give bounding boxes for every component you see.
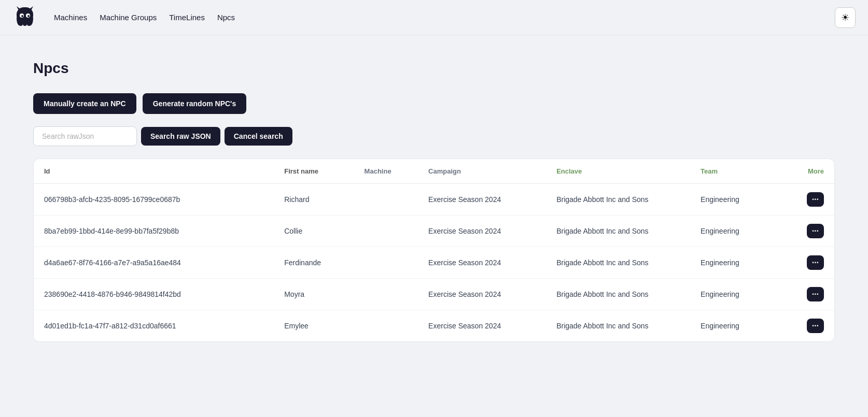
cell-team: Engineering bbox=[690, 184, 786, 215]
table-row: 066798b3-afcb-4235-8095-16799ce0687bRich… bbox=[34, 184, 834, 215]
table-row: 238690e2-4418-4876-b946-9849814f42bdMoyr… bbox=[34, 279, 834, 310]
more-button-2[interactable]: ··· bbox=[807, 255, 824, 270]
action-buttons: Manually create an NPC Generate random N… bbox=[33, 93, 835, 114]
table-row: d4a6ae67-8f76-4166-a7e7-a9a5a16ae484Ferd… bbox=[34, 247, 834, 279]
cell-campaign: Exercise Season 2024 bbox=[418, 279, 546, 310]
cell-team: Engineering bbox=[690, 247, 786, 279]
cell-team: Engineering bbox=[690, 215, 786, 247]
svg-point-4 bbox=[27, 15, 30, 17]
more-button-1[interactable]: ··· bbox=[807, 224, 824, 238]
search-input[interactable] bbox=[33, 126, 137, 146]
search-row: Search raw JSON Cancel search bbox=[33, 126, 835, 146]
cell-team: Engineering bbox=[690, 279, 786, 310]
table-row: 8ba7eb99-1bbd-414e-8e99-bb7fa5f29b8bColl… bbox=[34, 215, 834, 247]
header-campaign: Campaign bbox=[418, 159, 546, 184]
cell-campaign: Exercise Season 2024 bbox=[418, 310, 546, 342]
cell-enclave: Brigade Abbott Inc and Sons bbox=[546, 184, 690, 215]
navbar: Machines Machine Groups TimeLines Npcs ☀ bbox=[0, 0, 868, 35]
theme-toggle-button[interactable]: ☀ bbox=[835, 7, 856, 28]
page-title: Npcs bbox=[33, 60, 835, 77]
app-logo[interactable] bbox=[12, 5, 37, 30]
table-header-row: Id First name Machine Campaign Enclave T… bbox=[34, 159, 834, 184]
table-body: 066798b3-afcb-4235-8095-16799ce0687bRich… bbox=[34, 184, 834, 342]
cell-id: d4a6ae67-8f76-4166-a7e7-a9a5a16ae484 bbox=[34, 247, 274, 279]
nav-machines[interactable]: Machines bbox=[54, 13, 87, 22]
cell-machine bbox=[354, 215, 418, 247]
sun-icon: ☀ bbox=[841, 12, 849, 23]
more-button-4[interactable]: ··· bbox=[807, 319, 824, 333]
header-enclave: Enclave bbox=[546, 159, 690, 184]
cancel-search-button[interactable]: Cancel search bbox=[225, 127, 292, 146]
npcs-table-container: Id First name Machine Campaign Enclave T… bbox=[33, 159, 835, 342]
cell-more: ··· bbox=[786, 310, 834, 342]
more-button-0[interactable]: ··· bbox=[807, 192, 824, 207]
cell-first: Ferdinande bbox=[274, 247, 354, 279]
cell-id: 8ba7eb99-1bbd-414e-8e99-bb7fa5f29b8b bbox=[34, 215, 274, 247]
create-npc-button[interactable]: Manually create an NPC bbox=[33, 93, 136, 114]
header-id: Id bbox=[34, 159, 274, 184]
cell-enclave: Brigade Abbott Inc and Sons bbox=[546, 247, 690, 279]
cell-campaign: Exercise Season 2024 bbox=[418, 184, 546, 215]
cell-more: ··· bbox=[786, 184, 834, 215]
cell-id: 066798b3-afcb-4235-8095-16799ce0687b bbox=[34, 184, 274, 215]
more-button-3[interactable]: ··· bbox=[807, 287, 824, 301]
npcs-table: Id First name Machine Campaign Enclave T… bbox=[34, 159, 834, 341]
cell-enclave: Brigade Abbott Inc and Sons bbox=[546, 215, 690, 247]
cell-first: Emylee bbox=[274, 310, 354, 342]
cell-machine bbox=[354, 184, 418, 215]
cell-more: ··· bbox=[786, 215, 834, 247]
cell-more: ··· bbox=[786, 279, 834, 310]
cell-first: Richard bbox=[274, 184, 354, 215]
cell-first: Collie bbox=[274, 215, 354, 247]
cell-machine bbox=[354, 247, 418, 279]
cell-id: 4d01ed1b-fc1a-47f7-a812-d31cd0af6661 bbox=[34, 310, 274, 342]
svg-point-3 bbox=[21, 15, 23, 17]
nav-timelines[interactable]: TimeLines bbox=[169, 13, 205, 22]
generate-npc-button[interactable]: Generate random NPC's bbox=[143, 93, 247, 114]
nav-machine-groups[interactable]: Machine Groups bbox=[100, 13, 157, 22]
header-more: More bbox=[786, 159, 834, 184]
cell-machine bbox=[354, 310, 418, 342]
header-first-name: First name bbox=[274, 159, 354, 184]
table-row: 4d01ed1b-fc1a-47f7-a812-d31cd0af6661Emyl… bbox=[34, 310, 834, 342]
cell-campaign: Exercise Season 2024 bbox=[418, 215, 546, 247]
main-content: Npcs Manually create an NPC Generate ran… bbox=[0, 35, 868, 367]
cell-machine bbox=[354, 279, 418, 310]
cell-first: Moyra bbox=[274, 279, 354, 310]
header-team: Team bbox=[690, 159, 786, 184]
cell-team: Engineering bbox=[690, 310, 786, 342]
cell-campaign: Exercise Season 2024 bbox=[418, 247, 546, 279]
cell-enclave: Brigade Abbott Inc and Sons bbox=[546, 279, 690, 310]
nav-links: Machines Machine Groups TimeLines Npcs bbox=[54, 13, 235, 22]
header-machine: Machine bbox=[354, 159, 418, 184]
search-raw-json-button[interactable]: Search raw JSON bbox=[141, 127, 220, 146]
cell-enclave: Brigade Abbott Inc and Sons bbox=[546, 310, 690, 342]
cell-more: ··· bbox=[786, 247, 834, 279]
nav-npcs[interactable]: Npcs bbox=[217, 13, 235, 22]
cell-id: 238690e2-4418-4876-b946-9849814f42bd bbox=[34, 279, 274, 310]
